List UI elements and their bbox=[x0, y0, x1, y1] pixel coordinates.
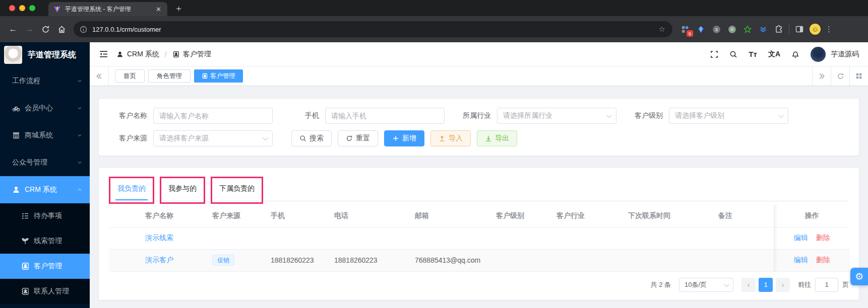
sidebar: 芋道管理系统 工作流程 会员中心 商城系统 bbox=[0, 42, 90, 308]
sidebar-item-crm[interactable]: CRM 系统 bbox=[0, 176, 90, 203]
prev-page-button[interactable]: ‹ bbox=[741, 278, 756, 292]
mobile-input-wrap bbox=[325, 108, 445, 124]
user-icon bbox=[12, 186, 20, 194]
col-next-contact: 下次联系时间 bbox=[628, 205, 718, 227]
new-tab-button[interactable]: ＋ bbox=[174, 3, 183, 14]
col-operations: 操作 bbox=[774, 205, 850, 227]
url-text[interactable]: 127.0.0.1/crm/customer bbox=[92, 26, 161, 33]
extension-circle-s-icon[interactable]: S bbox=[711, 24, 722, 35]
page-size-select[interactable]: 10条/页 bbox=[679, 278, 733, 292]
site-info-icon[interactable] bbox=[80, 26, 87, 33]
refresh-page-icon[interactable] bbox=[831, 66, 849, 86]
close-window-button[interactable] bbox=[9, 5, 15, 11]
search-icon[interactable] bbox=[729, 50, 737, 58]
profile-avatar[interactable]: ☺ bbox=[810, 24, 821, 35]
breadcrumb-customer: 客户管理 bbox=[183, 50, 211, 59]
industry-select[interactable]: 请选择所属行业 bbox=[497, 108, 616, 124]
layout-grid-icon[interactable] bbox=[849, 66, 868, 86]
tab-my-participated[interactable]: 我参与的 bbox=[161, 178, 204, 202]
extension-chevrons-icon[interactable] bbox=[758, 24, 769, 35]
notification-bell-icon[interactable] bbox=[791, 50, 799, 58]
extension-grid-icon[interactable]: 6 bbox=[679, 24, 691, 35]
user-avatar[interactable] bbox=[811, 47, 826, 62]
tag-tab-customer[interactable]: 客户管理 bbox=[194, 69, 243, 83]
sidebar-item-customer[interactable]: 客户管理 bbox=[0, 254, 90, 279]
customer-name-input[interactable] bbox=[159, 112, 267, 120]
goto-label: 前往 bbox=[798, 280, 811, 289]
extension-green-star-icon[interactable] bbox=[742, 24, 753, 35]
extension-diamond-icon[interactable] bbox=[695, 24, 706, 35]
settings-gear-button[interactable]: ⚙ bbox=[850, 268, 868, 285]
extension-recorder-icon[interactable] bbox=[726, 24, 737, 35]
goto-page-input[interactable] bbox=[815, 278, 838, 292]
font-size-icon[interactable]: Tт bbox=[749, 50, 757, 58]
sidebar-item-clue[interactable]: 线索管理 bbox=[0, 228, 90, 254]
source-select[interactable]: 请选择客户来源 bbox=[153, 130, 273, 146]
page-number-1[interactable]: 1 bbox=[759, 278, 773, 292]
sidebar-item-official-account[interactable]: 公众号管理 bbox=[0, 149, 90, 176]
annotation-box-1: 我负责的 bbox=[109, 177, 154, 204]
app-logo[interactable]: 芋道管理系统 bbox=[0, 42, 90, 67]
breadcrumb-crm[interactable]: CRM 系统 bbox=[127, 50, 159, 59]
contact-book-icon bbox=[202, 73, 208, 79]
home-icon[interactable] bbox=[53, 21, 70, 37]
contact-book-icon bbox=[172, 51, 179, 58]
extensions-puzzle-icon[interactable] bbox=[773, 24, 784, 35]
extension-badge: 6 bbox=[687, 30, 693, 37]
contact-book-icon bbox=[21, 287, 29, 295]
edit-link[interactable]: 编辑 bbox=[794, 234, 808, 243]
tab-close-icon[interactable]: ✕ bbox=[155, 6, 162, 13]
table-card: 我负责的 我参与的 下属负责的 bbox=[98, 167, 859, 300]
scroll-right-icon[interactable] bbox=[812, 66, 831, 86]
bookmark-star-icon[interactable]: ☆ bbox=[659, 25, 665, 34]
bicycle-icon bbox=[12, 104, 20, 112]
tab-subordinate[interactable]: 下属负责的 bbox=[212, 178, 262, 202]
chevron-down-icon bbox=[77, 160, 83, 166]
forward-icon[interactable]: → bbox=[21, 21, 37, 37]
favicon bbox=[53, 6, 61, 13]
tab-my-responsible[interactable]: 我负责的 bbox=[110, 178, 153, 202]
sidebar-item-member[interactable]: 会员中心 bbox=[0, 95, 90, 122]
svg-text:S: S bbox=[715, 27, 718, 32]
browser-tab[interactable]: 芋道管理系统 - 客户管理 ✕ bbox=[48, 2, 167, 16]
level-select[interactable]: 请选择客户级别 bbox=[669, 108, 788, 124]
next-page-button[interactable]: › bbox=[776, 278, 790, 292]
contact-book-icon bbox=[21, 262, 29, 270]
col-email: 邮箱 bbox=[415, 205, 496, 227]
browser-menu-icon[interactable]: ⋮ bbox=[825, 25, 833, 34]
source-tag: 促销 bbox=[212, 255, 234, 266]
maximize-window-button[interactable] bbox=[29, 5, 35, 11]
reset-button[interactable]: 重置 bbox=[338, 130, 378, 146]
customer-name-link[interactable]: 演示线索 bbox=[145, 234, 173, 242]
sidebar-item-todo[interactable]: 待办事项 bbox=[0, 203, 90, 228]
add-button[interactable]: 新增 bbox=[384, 130, 424, 146]
minimize-window-button[interactable] bbox=[19, 5, 25, 11]
address-bar[interactable]: 127.0.0.1/crm/customer ☆ bbox=[74, 21, 672, 37]
fullscreen-icon[interactable] bbox=[710, 50, 718, 58]
side-panel-icon[interactable] bbox=[794, 24, 805, 35]
edit-link[interactable]: 编辑 bbox=[794, 256, 808, 265]
scroll-left-icon[interactable] bbox=[90, 66, 109, 86]
sidebar-item-mall[interactable]: 商城系统 bbox=[0, 122, 90, 149]
sidebar-item-workflow[interactable]: 工作流程 bbox=[0, 67, 90, 95]
username[interactable]: 芋道源码 bbox=[831, 50, 859, 59]
annotation-box-3: 下属负责的 bbox=[211, 177, 263, 204]
language-icon[interactable]: 文A bbox=[768, 50, 780, 59]
reload-icon[interactable] bbox=[37, 21, 53, 37]
table-header-row: 客户名称 客户来源 手机 电话 邮箱 客户级别 客户行业 下次联系时间 备注 操… bbox=[109, 205, 850, 227]
back-icon[interactable]: ← bbox=[5, 21, 21, 37]
customer-name-link[interactable]: 演示客户 bbox=[145, 256, 173, 264]
delete-link[interactable]: 删除 bbox=[816, 234, 830, 243]
tag-tab-home[interactable]: 首页 bbox=[115, 69, 145, 83]
export-button[interactable]: 导出 bbox=[477, 130, 517, 146]
mobile-input[interactable] bbox=[331, 112, 439, 120]
col-remark: 备注 bbox=[718, 205, 774, 227]
source-label: 客户来源 bbox=[107, 134, 153, 143]
sidebar-item-contact[interactable]: 联系人管理 bbox=[0, 279, 90, 304]
window-controls[interactable] bbox=[0, 0, 42, 16]
delete-link[interactable]: 删除 bbox=[816, 256, 830, 265]
tag-tab-role[interactable]: 角色管理 bbox=[148, 69, 191, 83]
search-button[interactable]: 搜索 bbox=[291, 130, 332, 146]
import-button[interactable]: 导入 bbox=[430, 130, 471, 146]
collapse-menu-icon[interactable] bbox=[99, 49, 108, 59]
